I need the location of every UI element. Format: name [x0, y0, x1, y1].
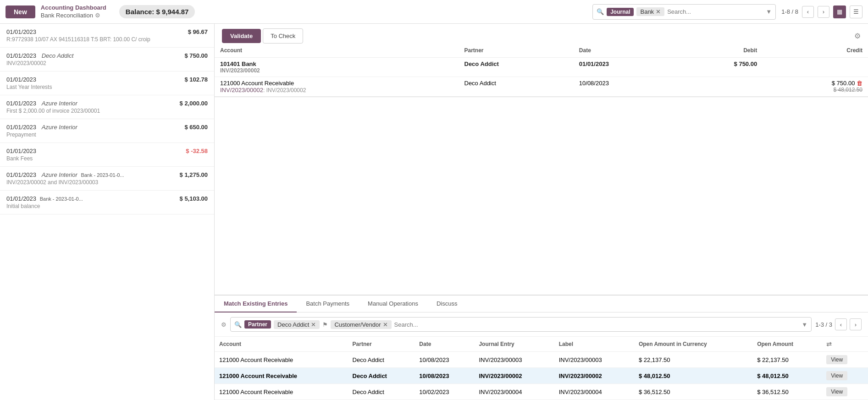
- left-item-date: 01/01/2023: [6, 52, 36, 59]
- entries-view-button[interactable]: View: [826, 355, 847, 364]
- left-item[interactable]: 01/01/2023 Azure Interior Bank - 2023-01…: [0, 167, 214, 191]
- bottom-section: Match Existing Entries Batch Payments Ma…: [215, 295, 868, 400]
- col-account: Account: [215, 44, 459, 58]
- left-item-amount: $ 650.00: [184, 124, 208, 131]
- col-partner: Partner: [459, 44, 574, 58]
- entries-view-cell: View: [822, 368, 868, 384]
- journal-date-cell: 01/01/2023: [574, 58, 676, 77]
- left-item-date: 01/01/2023: [6, 28, 36, 35]
- tab-batch-payments[interactable]: Batch Payments: [297, 296, 359, 312]
- right-tabs-row: Validate To Check ⚙: [215, 24, 868, 44]
- entries-label: INV/2023/00004: [554, 384, 634, 400]
- col-credit: Credit: [763, 44, 868, 58]
- left-item-partner: Azure Interior: [42, 124, 77, 131]
- filter-search-input[interactable]: [394, 321, 799, 328]
- inv-link[interactable]: INV/2023/00002: [220, 87, 263, 93]
- entries-partner: Deco Addict: [348, 368, 415, 384]
- filter-pagination: 1-3 / 3 ‹ ›: [815, 318, 862, 330]
- left-item-bank-tag: Bank - 2023-01-0...: [40, 196, 83, 202]
- filter-prev-button[interactable]: ‹: [835, 318, 847, 330]
- journal-table-row: 121000 Account Receivable INV/2023/00002…: [215, 77, 868, 97]
- left-item[interactable]: 01/01/2023 $ 96.67 R:9772938 10/07 AX 94…: [0, 24, 214, 48]
- left-item[interactable]: 01/01/2023 $ 102.78 Last Year Interests: [0, 71, 214, 95]
- new-button[interactable]: New: [6, 5, 35, 18]
- breadcrumb-top-link[interactable]: Accounting Dashboard: [41, 4, 106, 12]
- left-item[interactable]: 01/01/2023 Azure Interior $ 650.00 Prepa…: [0, 119, 214, 143]
- search-input[interactable]: [667, 8, 763, 15]
- entries-journal-entry: INV/2023/00002: [474, 368, 554, 384]
- left-item-amount: $ 102.78: [184, 76, 208, 83]
- left-item-date: 01/01/2023: [6, 195, 36, 202]
- left-item-desc: First $ 2,000.00 of invoice 2023/00001: [6, 108, 208, 114]
- entries-view-cell: View: [822, 384, 868, 400]
- bank-tag-remove[interactable]: ✕: [656, 8, 661, 15]
- filter-deco-remove[interactable]: ✕: [311, 321, 316, 328]
- journal-account-cell: 101401 Bank INV/2023/00002: [215, 58, 459, 77]
- entries-view-button[interactable]: View: [826, 371, 847, 380]
- breadcrumb: Accounting Dashboard Bank Reconciliation…: [41, 4, 106, 20]
- journal-debit-cell: $ 750.00: [676, 58, 763, 77]
- filter-gear-icon[interactable]: ⚙: [221, 321, 227, 328]
- filter-partner-tag[interactable]: Partner: [244, 320, 271, 329]
- pagination-area: 1-8 / 8 ‹ › ▦ ☰: [781, 5, 862, 18]
- journal-partner-cell: Deco Addict: [459, 77, 574, 97]
- left-item-partner: Deco Addict: [42, 52, 74, 59]
- left-item-date: 01/01/2023: [6, 148, 36, 154]
- left-item-date: 01/01/2023: [6, 171, 36, 178]
- filter-customer-remove[interactable]: ✕: [383, 321, 388, 328]
- left-item[interactable]: 01/01/2023 Azure Interior $ 2,000.00 Fir…: [0, 95, 214, 119]
- breadcrumb-gear-icon[interactable]: ⚙: [95, 12, 100, 20]
- left-item-amount: $ -32.58: [186, 148, 208, 154]
- entries-col-label: Label: [554, 337, 634, 352]
- breadcrumb-sub: Bank Reconciliation ⚙: [41, 12, 106, 20]
- kanban-view-button[interactable]: ▦: [833, 5, 846, 18]
- left-item-desc: R:9772938 10/07 AX 9415116318 T:5 BRT: 1…: [6, 36, 208, 43]
- entries-account: 121000 Account Receivable: [215, 368, 348, 384]
- journal-debit-cell: [676, 77, 763, 97]
- entries-col-date: Date: [415, 337, 474, 352]
- entries-journal-entry: INV/2023/00003: [474, 352, 554, 368]
- journal-partner-cell: Deco Addict: [459, 58, 574, 77]
- journal-tag[interactable]: Journal: [607, 8, 634, 16]
- tab-discuss[interactable]: Discuss: [427, 296, 467, 312]
- entries-table-row: 121000 Account Receivable Deco Addict 10…: [215, 368, 868, 384]
- entries-col-account: Account: [215, 337, 348, 352]
- entries-open-amount-currency: $ 48,012.50: [634, 368, 752, 384]
- journal-table: Account Partner Date Debit Credit 101401…: [215, 44, 868, 97]
- filter-next-button[interactable]: ›: [850, 318, 862, 330]
- left-item-desc: INV/2023/00002: [6, 60, 208, 66]
- entries-open-amount-currency: $ 36,512.50: [634, 384, 752, 400]
- next-page-button[interactable]: ›: [818, 6, 829, 18]
- adjust-columns-icon[interactable]: ⇄: [826, 340, 832, 348]
- left-item[interactable]: 01/01/2023 Deco Addict $ 750.00 INV/2023…: [0, 48, 214, 71]
- pagination-text: 1-8 / 8: [781, 8, 798, 15]
- search-dropdown-arrow[interactable]: ▼: [766, 8, 772, 15]
- validate-button[interactable]: Validate: [222, 29, 261, 43]
- journal-credit-cell: [763, 58, 868, 77]
- filter-dropdown-arrow[interactable]: ▼: [802, 321, 807, 328]
- entries-account: 121000 Account Receivable: [215, 384, 348, 400]
- tab-manual-operations[interactable]: Manual Operations: [359, 296, 427, 312]
- entries-view-button[interactable]: View: [826, 387, 847, 396]
- entries-table: Account Partner Date Journal Entry Label…: [215, 337, 868, 400]
- list-view-button[interactable]: ☰: [850, 5, 862, 18]
- entries-open-amount: $ 48,012.50: [752, 368, 822, 384]
- journal-account-cell: 121000 Account Receivable INV/2023/00002…: [215, 77, 459, 97]
- prev-page-button[interactable]: ‹: [802, 6, 814, 18]
- entries-date: 10/08/2023: [415, 352, 474, 368]
- left-item-desc: INV/2023/00002 and INV/2023/00003: [6, 179, 208, 186]
- left-item-date: 01/01/2023: [6, 76, 36, 83]
- left-item[interactable]: 01/01/2023 Bank - 2023-01-0... $ 5,103.0…: [0, 191, 214, 214]
- to-check-button[interactable]: To Check: [263, 28, 303, 44]
- entries-open-amount-currency: $ 22,137.50: [634, 352, 752, 368]
- left-item-desc: Last Year Interests: [6, 84, 208, 90]
- bank-tag: Bank ✕: [636, 7, 664, 16]
- delete-icon[interactable]: 🗑: [857, 80, 862, 87]
- tab-match-existing[interactable]: Match Existing Entries: [215, 296, 297, 312]
- left-item[interactable]: 01/01/2023 $ -32.58 Bank Fees: [0, 143, 214, 167]
- right-settings-icon[interactable]: ⚙: [854, 32, 861, 40]
- entries-partner: Deco Addict: [348, 352, 415, 368]
- journal-table-row: 101401 Bank INV/2023/00002 Deco Addict 0…: [215, 58, 868, 77]
- main-layout: 01/01/2023 $ 96.67 R:9772938 10/07 AX 94…: [0, 24, 868, 400]
- entries-partner: Deco Addict: [348, 384, 415, 400]
